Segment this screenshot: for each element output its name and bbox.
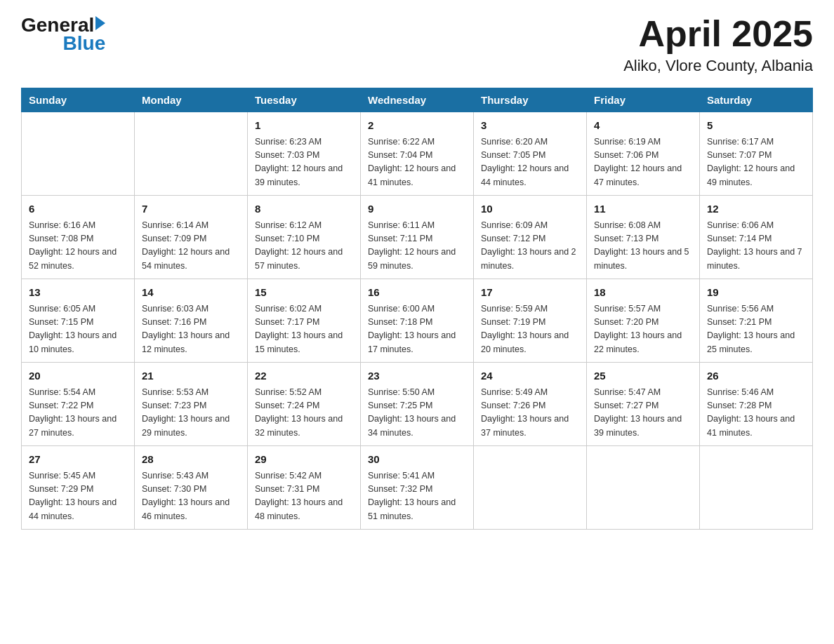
- calendar-cell: 8Sunrise: 6:12 AMSunset: 7:10 PMDaylight…: [248, 196, 361, 279]
- day-info: Sunrise: 6:23 AMSunset: 7:03 PMDaylight:…: [255, 135, 353, 190]
- day-number: 22: [255, 368, 353, 384]
- header: General Blue April 2025 Aliko, Vlore Cou…: [21, 14, 813, 75]
- day-info: Sunrise: 6:06 AMSunset: 7:14 PMDaylight:…: [707, 219, 805, 274]
- weekday-header-monday: Monday: [135, 88, 248, 112]
- month-title: April 2025: [623, 14, 813, 54]
- day-number: 14: [142, 285, 240, 301]
- day-info: Sunrise: 6:09 AMSunset: 7:12 PMDaylight:…: [481, 219, 579, 274]
- day-number: 12: [707, 201, 805, 217]
- logo-blue-text: Blue: [63, 32, 106, 55]
- day-info: Sunrise: 5:54 AMSunset: 7:22 PMDaylight:…: [29, 386, 127, 441]
- calendar-cell: 23Sunrise: 5:50 AMSunset: 7:25 PMDayligh…: [361, 363, 474, 446]
- day-info: Sunrise: 5:43 AMSunset: 7:30 PMDaylight:…: [142, 469, 240, 524]
- calendar-cell: 12Sunrise: 6:06 AMSunset: 7:14 PMDayligh…: [700, 196, 813, 279]
- calendar-cell: 29Sunrise: 5:42 AMSunset: 7:31 PMDayligh…: [248, 446, 361, 530]
- calendar-cell: 27Sunrise: 5:45 AMSunset: 7:29 PMDayligh…: [22, 446, 135, 530]
- calendar-cell: 2Sunrise: 6:22 AMSunset: 7:04 PMDaylight…: [361, 112, 474, 196]
- weekday-header-friday: Friday: [587, 88, 700, 112]
- week-row-3: 13Sunrise: 6:05 AMSunset: 7:15 PMDayligh…: [22, 279, 813, 363]
- day-number: 18: [594, 285, 692, 301]
- weekday-header-tuesday: Tuesday: [248, 88, 361, 112]
- day-number: 15: [255, 285, 353, 301]
- day-info: Sunrise: 5:57 AMSunset: 7:20 PMDaylight:…: [594, 302, 692, 357]
- day-info: Sunrise: 5:53 AMSunset: 7:23 PMDaylight:…: [142, 386, 240, 441]
- title-area: April 2025 Aliko, Vlore County, Albania: [623, 14, 813, 75]
- day-info: Sunrise: 5:59 AMSunset: 7:19 PMDaylight:…: [481, 302, 579, 357]
- day-info: Sunrise: 5:52 AMSunset: 7:24 PMDaylight:…: [255, 386, 353, 441]
- calendar-cell: 26Sunrise: 5:46 AMSunset: 7:28 PMDayligh…: [700, 363, 813, 446]
- calendar-cell: 9Sunrise: 6:11 AMSunset: 7:11 PMDaylight…: [361, 196, 474, 279]
- day-number: 8: [255, 201, 353, 217]
- calendar-cell: 17Sunrise: 5:59 AMSunset: 7:19 PMDayligh…: [474, 279, 587, 363]
- calendar-cell: 15Sunrise: 6:02 AMSunset: 7:17 PMDayligh…: [248, 279, 361, 363]
- calendar-cell: 10Sunrise: 6:09 AMSunset: 7:12 PMDayligh…: [474, 196, 587, 279]
- logo: General Blue: [21, 14, 105, 55]
- week-row-5: 27Sunrise: 5:45 AMSunset: 7:29 PMDayligh…: [22, 446, 813, 530]
- calendar-cell: 24Sunrise: 5:49 AMSunset: 7:26 PMDayligh…: [474, 363, 587, 446]
- calendar-cell: [700, 446, 813, 530]
- day-info: Sunrise: 6:16 AMSunset: 7:08 PMDaylight:…: [29, 219, 127, 274]
- day-info: Sunrise: 5:50 AMSunset: 7:25 PMDaylight:…: [368, 386, 466, 441]
- calendar-cell: 11Sunrise: 6:08 AMSunset: 7:13 PMDayligh…: [587, 196, 700, 279]
- day-number: 3: [481, 118, 579, 134]
- week-row-4: 20Sunrise: 5:54 AMSunset: 7:22 PMDayligh…: [22, 363, 813, 446]
- calendar-cell: 21Sunrise: 5:53 AMSunset: 7:23 PMDayligh…: [135, 363, 248, 446]
- day-info: Sunrise: 6:11 AMSunset: 7:11 PMDaylight:…: [368, 219, 466, 274]
- day-number: 17: [481, 285, 579, 301]
- day-number: 13: [29, 285, 127, 301]
- day-info: Sunrise: 6:08 AMSunset: 7:13 PMDaylight:…: [594, 219, 692, 274]
- day-number: 28: [142, 452, 240, 468]
- weekday-header-wednesday: Wednesday: [361, 88, 474, 112]
- day-info: Sunrise: 5:56 AMSunset: 7:21 PMDaylight:…: [707, 302, 805, 357]
- calendar-cell: 16Sunrise: 6:00 AMSunset: 7:18 PMDayligh…: [361, 279, 474, 363]
- day-number: 27: [29, 452, 127, 468]
- day-number: 1: [255, 118, 353, 134]
- calendar-cell: 14Sunrise: 6:03 AMSunset: 7:16 PMDayligh…: [135, 279, 248, 363]
- day-info: Sunrise: 6:03 AMSunset: 7:16 PMDaylight:…: [142, 302, 240, 357]
- weekday-header-row: SundayMondayTuesdayWednesdayThursdayFrid…: [22, 88, 813, 112]
- day-number: 23: [368, 368, 466, 384]
- day-info: Sunrise: 6:12 AMSunset: 7:10 PMDaylight:…: [255, 219, 353, 274]
- calendar-cell: 30Sunrise: 5:41 AMSunset: 7:32 PMDayligh…: [361, 446, 474, 530]
- calendar-cell: [135, 112, 248, 196]
- weekday-header-thursday: Thursday: [474, 88, 587, 112]
- calendar-cell: 28Sunrise: 5:43 AMSunset: 7:30 PMDayligh…: [135, 446, 248, 530]
- day-info: Sunrise: 5:42 AMSunset: 7:31 PMDaylight:…: [255, 469, 353, 524]
- day-number: 16: [368, 285, 466, 301]
- day-info: Sunrise: 5:49 AMSunset: 7:26 PMDaylight:…: [481, 386, 579, 441]
- day-number: 11: [594, 201, 692, 217]
- location-title: Aliko, Vlore County, Albania: [623, 57, 813, 75]
- calendar-cell: 1Sunrise: 6:23 AMSunset: 7:03 PMDaylight…: [248, 112, 361, 196]
- day-info: Sunrise: 5:46 AMSunset: 7:28 PMDaylight:…: [707, 386, 805, 441]
- day-info: Sunrise: 5:45 AMSunset: 7:29 PMDaylight:…: [29, 469, 127, 524]
- day-number: 7: [142, 201, 240, 217]
- day-info: Sunrise: 6:17 AMSunset: 7:07 PMDaylight:…: [707, 135, 805, 190]
- day-number: 30: [368, 452, 466, 468]
- day-number: 2: [368, 118, 466, 134]
- day-info: Sunrise: 6:00 AMSunset: 7:18 PMDaylight:…: [368, 302, 466, 357]
- day-number: 10: [481, 201, 579, 217]
- calendar-cell: [474, 446, 587, 530]
- calendar-cell: 7Sunrise: 6:14 AMSunset: 7:09 PMDaylight…: [135, 196, 248, 279]
- week-row-1: 1Sunrise: 6:23 AMSunset: 7:03 PMDaylight…: [22, 112, 813, 196]
- calendar-cell: 13Sunrise: 6:05 AMSunset: 7:15 PMDayligh…: [22, 279, 135, 363]
- day-info: Sunrise: 5:41 AMSunset: 7:32 PMDaylight:…: [368, 469, 466, 524]
- day-number: 4: [594, 118, 692, 134]
- day-number: 5: [707, 118, 805, 134]
- day-number: 21: [142, 368, 240, 384]
- calendar-table: SundayMondayTuesdayWednesdayThursdayFrid…: [21, 88, 813, 530]
- day-info: Sunrise: 6:20 AMSunset: 7:05 PMDaylight:…: [481, 135, 579, 190]
- calendar-cell: 18Sunrise: 5:57 AMSunset: 7:20 PMDayligh…: [587, 279, 700, 363]
- calendar-cell: 20Sunrise: 5:54 AMSunset: 7:22 PMDayligh…: [22, 363, 135, 446]
- logo-arrow-icon: [95, 16, 105, 30]
- day-info: Sunrise: 6:05 AMSunset: 7:15 PMDaylight:…: [29, 302, 127, 357]
- calendar-cell: 25Sunrise: 5:47 AMSunset: 7:27 PMDayligh…: [587, 363, 700, 446]
- day-number: 29: [255, 452, 353, 468]
- day-number: 20: [29, 368, 127, 384]
- day-info: Sunrise: 6:02 AMSunset: 7:17 PMDaylight:…: [255, 302, 353, 357]
- calendar-cell: 4Sunrise: 6:19 AMSunset: 7:06 PMDaylight…: [587, 112, 700, 196]
- weekday-header-sunday: Sunday: [22, 88, 135, 112]
- day-info: Sunrise: 6:19 AMSunset: 7:06 PMDaylight:…: [594, 135, 692, 190]
- weekday-header-saturday: Saturday: [700, 88, 813, 112]
- day-info: Sunrise: 5:47 AMSunset: 7:27 PMDaylight:…: [594, 386, 692, 441]
